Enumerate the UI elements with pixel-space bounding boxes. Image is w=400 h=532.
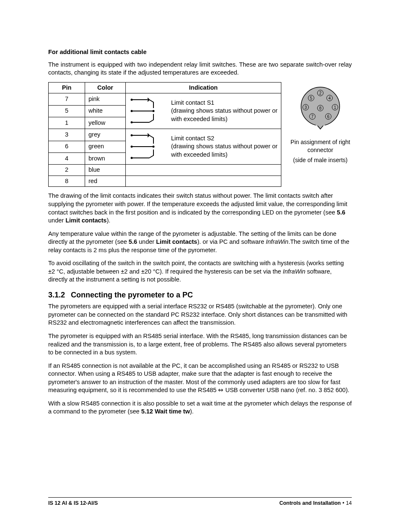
cell-color: blue xyxy=(85,165,126,176)
paragraph-pc-2: The pyrometer is equipped with an RS485 … xyxy=(48,332,352,357)
connector-diagram-block: 2 5 4 3 1 8 7 6 Pin assignment of right … xyxy=(289,82,352,165)
cell-pin: 4 xyxy=(49,152,85,164)
table-row: 3 grey Limit c xyxy=(49,129,281,141)
ref-5-6: 5.6 xyxy=(129,238,137,245)
section-number: 3.1.2 xyxy=(48,290,65,300)
footer-right: Controls and Installation•14 xyxy=(279,500,352,507)
intro-paragraph: The instrument is equipped with two inde… xyxy=(48,61,352,77)
pin-label: 5 xyxy=(310,96,312,100)
infrawin-name: InfraWin xyxy=(266,238,288,245)
text: ). or via PC and software xyxy=(197,238,266,245)
pin-label: 2 xyxy=(319,90,322,95)
svg-point-11 xyxy=(153,146,155,148)
infrawin-name: InfraWin xyxy=(283,268,305,275)
text: under xyxy=(48,217,65,224)
pin-label: 7 xyxy=(311,114,314,119)
paragraph-pc-1: The pyrometers are equipped with a seria… xyxy=(48,302,352,327)
paragraph-drawing: The drawing of the limit contacts indica… xyxy=(48,192,352,225)
ind1-sub: (drawing shows status without power or w… xyxy=(171,107,278,123)
pin-table: Pin Color Indication 7 pink xyxy=(48,82,281,187)
connector-caption-2: (side of male inserts) xyxy=(289,156,352,164)
cell-pin: 6 xyxy=(49,141,85,152)
cell-indication-empty xyxy=(126,165,281,176)
text: ). xyxy=(190,408,194,415)
ind2-title: Limit contact S2 xyxy=(171,134,278,143)
pin-label: 8 xyxy=(319,106,322,110)
connector-caption-1: Pin assignment of right connector xyxy=(289,138,352,154)
paragraph-any-temp: Any temperature value within the range o… xyxy=(48,230,352,255)
ref-limit-contacts: Limit contacts xyxy=(156,238,197,245)
switch-diagram-icon xyxy=(129,130,167,163)
cell-color: brown xyxy=(85,152,126,164)
ind1-title: Limit contact S1 xyxy=(171,99,278,107)
cell-color: yellow xyxy=(85,117,126,129)
text: With a slow RS485 connection it is also … xyxy=(48,400,352,415)
connector-icon: 2 5 4 3 1 8 7 6 xyxy=(297,85,343,136)
pin-label: 3 xyxy=(304,105,307,109)
footer-section: Controls and Installation xyxy=(279,500,341,506)
cell-indication-s1: Limit contact S1 (drawing shows status w… xyxy=(126,93,281,129)
svg-rect-15 xyxy=(316,122,325,126)
table-row: 7 pink Limit c xyxy=(49,93,281,105)
cell-color: pink xyxy=(85,93,126,105)
switch-diagram-icon xyxy=(129,95,167,127)
cell-color: grey xyxy=(85,129,126,141)
page-number: 14 xyxy=(346,500,352,506)
table-header-row: Pin Color Indication xyxy=(49,82,281,93)
cell-color: white xyxy=(85,105,126,117)
ref-5-12: 5.12 Wait time tw xyxy=(141,408,190,415)
cell-pin: 2 xyxy=(49,165,85,176)
svg-point-4 xyxy=(153,110,155,112)
th-pin: Pin xyxy=(49,82,85,93)
paragraph-hysteresis: To avoid oscillating of the switch in th… xyxy=(48,259,352,284)
paragraph-pc-3: If an RS485 connection is not available … xyxy=(48,362,352,395)
cell-pin: 7 xyxy=(49,93,85,105)
paragraph-pc-4: With a slow RS485 connection it is also … xyxy=(48,400,352,416)
section-title: Connecting the pyrometer to a PC xyxy=(71,291,193,299)
th-indication: Indication xyxy=(126,82,281,93)
ind2-sub: (drawing shows status without power or w… xyxy=(171,142,278,159)
cell-color: green xyxy=(85,141,126,152)
page-footer: IS 12 AI & IS 12-AI/S Controls and Insta… xyxy=(48,497,352,507)
pin-label: 4 xyxy=(328,96,331,100)
section-heading-3-1-2: 3.1.2Connecting the pyrometer to a PC xyxy=(48,290,352,300)
ref-limit-contacts: Limit contacts xyxy=(65,217,106,224)
heading-limit-contacts: For additional limit contacts cable xyxy=(48,48,352,57)
table-and-diagram-row: Pin Color Indication 7 pink xyxy=(48,82,352,187)
cell-pin: 5 xyxy=(49,105,85,117)
table-row: 2 blue xyxy=(49,165,281,176)
ref-5-6: 5.6 xyxy=(337,209,345,216)
document-page: For additional limit contacts cable The … xyxy=(0,0,400,532)
cell-pin: 3 xyxy=(49,129,85,141)
cell-pin: 8 xyxy=(49,176,85,187)
pin-label: 6 xyxy=(327,114,330,119)
text: under xyxy=(137,238,156,245)
footer-left: IS 12 AI & IS 12-AI/S xyxy=(48,500,98,507)
cell-color: red xyxy=(85,176,126,187)
text: The drawing of the limit contacts indica… xyxy=(48,192,347,215)
text: ). xyxy=(106,217,110,224)
pin-label: 1 xyxy=(334,105,336,109)
cell-indication-empty xyxy=(126,176,281,187)
th-color: Color xyxy=(85,82,126,93)
cell-pin: 1 xyxy=(49,117,85,129)
table-row: 8 red xyxy=(49,176,281,187)
cell-indication-s2: Limit contact S2 (drawing shows status w… xyxy=(126,129,281,165)
